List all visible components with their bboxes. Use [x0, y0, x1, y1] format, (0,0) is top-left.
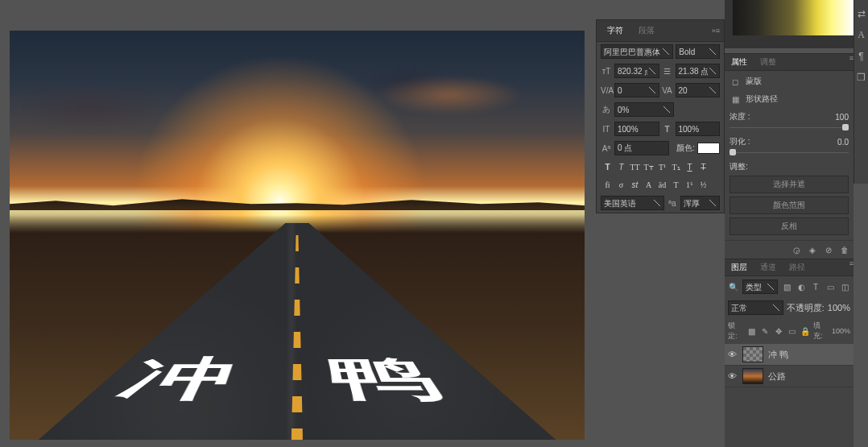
clouds: [26, 47, 568, 168]
layer-row-1[interactable]: 👁 冲 鸭: [725, 344, 854, 366]
layers-panel: 图层 通道 路径 ≡ 🔍 类型 ▧ ◐ T ▭ ◫ 正常 不透明度: 100% …: [725, 259, 854, 447]
tracking-input[interactable]: 20: [676, 83, 721, 97]
road-text: 冲 鸭: [98, 350, 496, 414]
flyout-icon[interactable]: ≡: [849, 54, 854, 70]
flyout-icon[interactable]: ≡: [849, 259, 854, 275]
tab-adjustments[interactable]: 调整: [754, 54, 783, 70]
blend-mode-select[interactable]: 正常: [728, 300, 783, 315]
swash-button[interactable]: A: [642, 178, 655, 191]
swap-icon[interactable]: ⇄: [858, 8, 866, 19]
tsume-icon: あ: [601, 104, 612, 115]
filter-type-icon[interactable]: T: [810, 281, 821, 292]
filter-pixel-icon[interactable]: ▧: [781, 281, 792, 292]
font-family-select[interactable]: 阿里巴巴普惠体: [601, 44, 673, 59]
properties-panel: 属性 调整 ≡ ◻蒙版 ▦形状路径 浓度 :100 羽化 :0.0 调整: 选择…: [725, 53, 854, 259]
color-label: 颜色:: [676, 143, 695, 154]
visibility-icon[interactable]: 👁: [728, 350, 738, 359]
character-panel: 字符 段落 »≡ 阿里巴巴普惠体 Bold тТ 820.32 点 ☰ 21.3…: [596, 19, 725, 213]
refine-label: 调整:: [730, 161, 849, 172]
ordinal-button[interactable]: 1ˢ: [683, 178, 696, 191]
antialias-select[interactable]: 浑厚: [680, 196, 720, 210]
feather-slider[interactable]: [730, 149, 736, 155]
delete-mask-icon[interactable]: 🗑: [839, 244, 850, 255]
opacity-label: 不透明度:: [787, 302, 825, 314]
density-label: 浓度 :: [730, 111, 750, 122]
superscript-button[interactable]: T¹: [655, 160, 669, 173]
font-style-select[interactable]: Bold: [676, 44, 720, 59]
hscale-input[interactable]: [676, 122, 721, 136]
tab-paragraph[interactable]: 段落: [632, 23, 661, 39]
lock-label: 锁定:: [728, 321, 744, 341]
subscript-button[interactable]: T₁: [669, 160, 683, 173]
underline-button[interactable]: T: [683, 160, 696, 173]
opacity-value[interactable]: 100%: [828, 303, 850, 312]
flyout-icon[interactable]: »≡: [712, 27, 720, 35]
text-color-swatch[interactable]: [697, 143, 720, 154]
bold-button[interactable]: T: [601, 160, 614, 173]
density-value: 100: [835, 113, 849, 122]
fill-value[interactable]: 100%: [832, 327, 850, 335]
vscale-input[interactable]: [614, 122, 659, 136]
invert-button[interactable]: 反相: [730, 217, 849, 235]
tab-properties[interactable]: 属性: [725, 54, 754, 70]
leading-icon: ☰: [662, 67, 673, 76]
leading-input[interactable]: 21.38 点: [676, 64, 721, 78]
sigma-button[interactable]: σ: [614, 178, 628, 191]
color-range-button[interactable]: 颜色范围: [730, 197, 849, 214]
color-preview-panel: [725, 0, 854, 48]
allcaps-button[interactable]: TT: [628, 160, 642, 173]
filter-smart-icon[interactable]: ◫: [839, 281, 850, 292]
layer-name[interactable]: 公路: [768, 370, 786, 383]
smallcaps-button[interactable]: Tᴛ: [642, 160, 655, 173]
paragraph-icon[interactable]: ¶: [858, 51, 863, 62]
collapsed-panel-tabs: ⇄ A ¶ ❒: [854, 0, 868, 184]
fraction-button[interactable]: ½: [696, 178, 710, 191]
kerning-input[interactable]: 0: [614, 83, 659, 97]
load-selection-icon[interactable]: ◶: [791, 244, 802, 255]
canvas-workspace: 冲 鸭: [0, 0, 596, 447]
disable-mask-icon[interactable]: ⊘: [823, 244, 834, 255]
layer-row-2[interactable]: 👁 公路: [725, 366, 854, 387]
filter-search-icon[interactable]: 🔍: [728, 281, 739, 292]
filter-kind-select[interactable]: 类型: [742, 279, 778, 294]
feather-label: 羽化 :: [730, 136, 750, 147]
filter-shape-icon[interactable]: ▭: [825, 281, 836, 292]
tracking-icon: VA: [662, 86, 673, 95]
baseline-input[interactable]: [614, 141, 669, 155]
font-size-input[interactable]: 820.32 点: [614, 64, 659, 78]
titling-button[interactable]: T: [669, 178, 683, 191]
size-icon: тТ: [601, 67, 612, 76]
cube-icon[interactable]: ❒: [857, 72, 866, 83]
apply-mask-icon[interactable]: ◈: [807, 244, 818, 255]
lock-position-icon[interactable]: ✥: [773, 325, 784, 337]
tab-paths[interactable]: 路径: [783, 259, 812, 275]
lock-image-icon[interactable]: ✎: [760, 325, 771, 337]
select-and-mask-button[interactable]: 选择并遮: [730, 176, 849, 193]
tab-character[interactable]: 字符: [601, 23, 630, 39]
fi-button[interactable]: fi: [601, 178, 614, 191]
lock-transparent-icon[interactable]: ▩: [746, 325, 758, 337]
lock-artboard-icon[interactable]: ▭: [787, 325, 798, 337]
strike-button[interactable]: T: [696, 160, 710, 173]
ad-button[interactable]: ād: [655, 178, 669, 191]
st-button[interactable]: st: [628, 178, 642, 191]
filter-adjust-icon[interactable]: ◐: [796, 281, 807, 292]
path-label: 形状路径: [746, 93, 778, 105]
document[interactable]: 冲 鸭: [10, 31, 585, 440]
density-slider[interactable]: [842, 124, 849, 130]
type-icon[interactable]: A: [858, 29, 865, 41]
language-select[interactable]: 美国英语: [601, 196, 664, 210]
feather-value: 0.0: [837, 138, 849, 147]
fill-label: 填充:: [813, 321, 829, 341]
layer-thumb: [742, 346, 763, 362]
layer-name[interactable]: 冲 鸭: [768, 349, 788, 361]
right-panel-stack: 属性 调整 ≡ ◻蒙版 ▦形状路径 浓度 :100 羽化 :0.0 调整: 选择…: [725, 53, 854, 447]
tab-channels[interactable]: 通道: [754, 259, 783, 275]
gradient-swatch[interactable]: [733, 0, 854, 35]
italic-button[interactable]: T: [614, 160, 628, 173]
visibility-icon[interactable]: 👁: [728, 371, 738, 381]
tab-layers[interactable]: 图层: [725, 259, 754, 275]
vscale-icon: IT: [601, 125, 612, 134]
lock-all-icon[interactable]: 🔒: [800, 325, 811, 337]
tsume-input[interactable]: 0%: [614, 102, 674, 117]
